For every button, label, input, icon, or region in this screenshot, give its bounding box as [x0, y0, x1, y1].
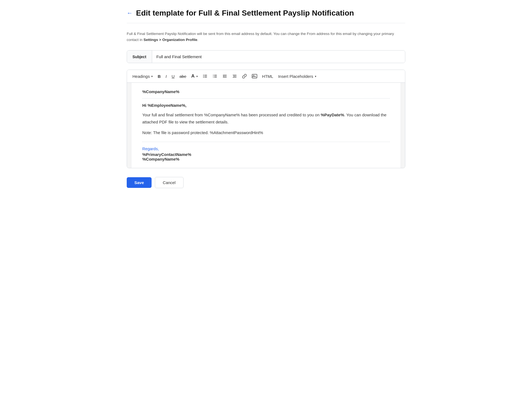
svg-rect-8 [214, 77, 217, 78]
font-size-dropdown[interactable]: A ▾ [189, 72, 200, 80]
svg-text:3: 3 [213, 76, 214, 78]
numbered-list-button[interactable]: 1 2 3 [210, 72, 220, 80]
back-button[interactable]: ← [127, 10, 133, 17]
svg-rect-18 [233, 77, 237, 78]
save-button[interactable]: Save [127, 177, 152, 188]
link-icon [242, 74, 247, 79]
cancel-button[interactable]: Cancel [155, 177, 184, 188]
numbered-list-icon: 1 2 3 [212, 74, 217, 79]
headings-dropdown[interactable]: Headings ▾ [130, 73, 155, 80]
insert-placeholders-dropdown[interactable]: Insert Placeholders ▾ [276, 73, 318, 80]
settings-link[interactable]: Settings > Organization Profile [144, 38, 197, 42]
svg-marker-15 [223, 76, 224, 77]
image-icon [252, 74, 257, 79]
regards-section: Regards, %PrimaryContactName% %CompanyNa… [142, 146, 390, 161]
editor-container: Headings ▾ B I U abe A ▾ [127, 70, 405, 168]
indent-decrease-button[interactable] [220, 72, 229, 80]
bullet-list-button[interactable] [200, 72, 210, 80]
svg-rect-1 [204, 76, 207, 76]
editor-right-scrollbar [401, 83, 405, 168]
svg-point-5 [203, 77, 203, 78]
page-title: Edit template for Full & Final Settlemen… [136, 9, 354, 17]
italic-button[interactable]: I [163, 73, 169, 80]
editor-left-scrollbar [127, 83, 131, 168]
svg-rect-6 [214, 75, 217, 75]
footer-buttons: Save Cancel [127, 177, 405, 188]
regards-company: %CompanyName% [142, 157, 390, 161]
strikethrough-button[interactable]: abe [177, 73, 188, 80]
svg-point-3 [203, 75, 203, 75]
chevron-down-icon: ▾ [196, 75, 198, 78]
editor-main[interactable]: %CompanyName% Hi %EmployeeName%, Your fu… [131, 83, 401, 168]
toolbar: Headings ▾ B I U abe A ▾ [127, 70, 405, 83]
top-divider [142, 98, 390, 99]
bullet-list-icon [203, 74, 208, 79]
note-text: Note: The file is password protected. %A… [142, 129, 390, 136]
subject-input[interactable] [152, 51, 405, 63]
bold-button[interactable]: B [155, 73, 163, 80]
greeting-text: Hi %EmployeeName%, [142, 103, 390, 108]
html-button[interactable]: HTML [260, 73, 276, 80]
indent-decrease-icon [222, 74, 227, 79]
image-button[interactable] [250, 72, 259, 80]
svg-marker-19 [234, 76, 234, 77]
svg-rect-16 [233, 75, 237, 75]
chevron-down-icon: ▾ [315, 75, 316, 78]
svg-rect-2 [204, 77, 207, 78]
svg-rect-0 [204, 75, 207, 75]
subject-label: Subject [127, 51, 152, 63]
chevron-down-icon: ▾ [151, 75, 153, 78]
editor-scroll-area: %CompanyName% Hi %EmployeeName%, Your fu… [127, 83, 405, 168]
page-header: ← Edit template for Full & Final Settlem… [127, 9, 405, 23]
link-button[interactable] [240, 72, 249, 80]
subject-row: Subject [127, 50, 405, 63]
svg-point-4 [203, 76, 203, 76]
body-text: Your full and final settlement from %Com… [142, 111, 390, 125]
company-name-placeholder: %CompanyName% [142, 89, 390, 94]
svg-rect-7 [214, 76, 217, 76]
primary-contact-name: %PrimaryContactName% [142, 152, 390, 157]
svg-rect-12 [223, 75, 227, 75]
indent-increase-button[interactable] [230, 72, 239, 80]
svg-point-21 [253, 75, 254, 76]
underline-button[interactable]: U [169, 73, 177, 80]
info-text: Full & Final Settlement Payslip Notifica… [127, 31, 405, 43]
regards-label: Regards, [142, 146, 390, 151]
svg-rect-14 [223, 77, 227, 78]
svg-rect-13 [224, 76, 227, 76]
bottom-divider [142, 142, 390, 142]
indent-increase-icon [232, 74, 237, 79]
